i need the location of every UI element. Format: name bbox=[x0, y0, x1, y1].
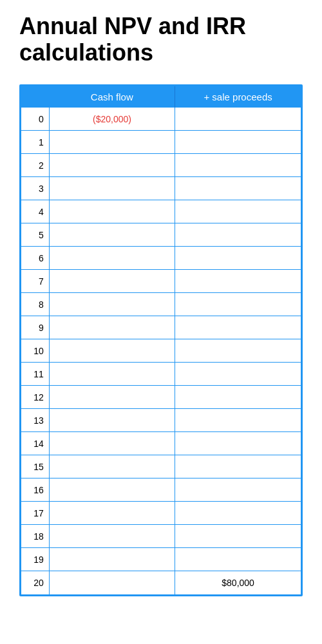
row-number: 8 bbox=[21, 293, 49, 316]
cell-sale[interactable] bbox=[175, 108, 301, 131]
header-cashflow: Cash flow bbox=[49, 86, 175, 108]
cell-cashflow[interactable] bbox=[49, 293, 175, 316]
cell-sale[interactable] bbox=[175, 432, 301, 455]
row-number: 16 bbox=[21, 478, 49, 502]
cell-sale[interactable] bbox=[175, 177, 301, 200]
cell-sale[interactable] bbox=[175, 247, 301, 270]
table-row: 14 bbox=[21, 432, 301, 455]
cell-cashflow[interactable] bbox=[49, 409, 175, 432]
cell-cashflow[interactable] bbox=[49, 478, 175, 502]
table-row: 0($20,000) bbox=[21, 108, 301, 131]
table-header-row: Cash flow + sale proceeds bbox=[21, 86, 301, 108]
cell-cashflow[interactable] bbox=[49, 363, 175, 386]
cell-sale[interactable] bbox=[175, 316, 301, 339]
table-row: 11 bbox=[21, 363, 301, 386]
cell-cashflow[interactable] bbox=[49, 525, 175, 548]
cell-sale[interactable] bbox=[175, 525, 301, 548]
cell-sale[interactable] bbox=[175, 200, 301, 223]
cell-sale[interactable] bbox=[175, 363, 301, 386]
cell-cashflow[interactable]: ($20,000) bbox=[49, 108, 175, 131]
cell-cashflow[interactable] bbox=[49, 316, 175, 339]
row-number: 2 bbox=[21, 154, 49, 177]
table-row: 6 bbox=[21, 247, 301, 270]
row-number: 4 bbox=[21, 200, 49, 223]
row-number: 14 bbox=[21, 432, 49, 455]
cell-sale[interactable] bbox=[175, 409, 301, 432]
row-number: 6 bbox=[21, 247, 49, 270]
table-row: 19 bbox=[21, 548, 301, 571]
row-number: 1 bbox=[21, 131, 49, 154]
cell-cashflow[interactable] bbox=[49, 548, 175, 571]
row-number: 3 bbox=[21, 177, 49, 200]
cell-sale[interactable] bbox=[175, 386, 301, 409]
cell-cashflow[interactable] bbox=[49, 339, 175, 363]
npv-irr-table: Cash flow + sale proceeds 0($20,000)1234… bbox=[19, 84, 303, 596]
row-number: 10 bbox=[21, 339, 49, 363]
row-number: 17 bbox=[21, 502, 49, 525]
row-number: 7 bbox=[21, 270, 49, 293]
cell-sale[interactable] bbox=[175, 548, 301, 571]
cell-sale[interactable] bbox=[175, 455, 301, 478]
row-number: 15 bbox=[21, 455, 49, 478]
cell-cashflow[interactable] bbox=[49, 154, 175, 177]
table-row: 5 bbox=[21, 223, 301, 247]
row-number: 11 bbox=[21, 363, 49, 386]
cell-sale[interactable] bbox=[175, 478, 301, 502]
header-sale: + sale proceeds bbox=[175, 86, 301, 108]
row-number: 9 bbox=[21, 316, 49, 339]
table-row: 12 bbox=[21, 386, 301, 409]
cell-sale[interactable] bbox=[175, 293, 301, 316]
table-row: 9 bbox=[21, 316, 301, 339]
row-number: 12 bbox=[21, 386, 49, 409]
cell-cashflow[interactable] bbox=[49, 200, 175, 223]
cell-sale[interactable] bbox=[175, 502, 301, 525]
table-row: 7 bbox=[21, 270, 301, 293]
table-row: 20$80,000 bbox=[21, 571, 301, 594]
header-row-num bbox=[21, 86, 49, 108]
cell-cashflow[interactable] bbox=[49, 223, 175, 247]
cell-cashflow[interactable] bbox=[49, 131, 175, 154]
cell-cashflow[interactable] bbox=[49, 571, 175, 594]
cell-cashflow[interactable] bbox=[49, 432, 175, 455]
table-row: 8 bbox=[21, 293, 301, 316]
row-number: 20 bbox=[21, 571, 49, 594]
table-row: 13 bbox=[21, 409, 301, 432]
table-row: 18 bbox=[21, 525, 301, 548]
table-row: 4 bbox=[21, 200, 301, 223]
table-row: 16 bbox=[21, 478, 301, 502]
cell-cashflow[interactable] bbox=[49, 270, 175, 293]
row-number: 5 bbox=[21, 223, 49, 247]
cell-cashflow[interactable] bbox=[49, 455, 175, 478]
row-number: 18 bbox=[21, 525, 49, 548]
page-title: Annual NPV and IRR calculations bbox=[19, 13, 303, 66]
table-row: 15 bbox=[21, 455, 301, 478]
cell-sale[interactable] bbox=[175, 154, 301, 177]
cell-cashflow[interactable] bbox=[49, 502, 175, 525]
cell-sale[interactable]: $80,000 bbox=[175, 571, 301, 594]
table-row: 3 bbox=[21, 177, 301, 200]
table-row: 1 bbox=[21, 131, 301, 154]
cell-sale[interactable] bbox=[175, 131, 301, 154]
table-row: 17 bbox=[21, 502, 301, 525]
table-row: 2 bbox=[21, 154, 301, 177]
cell-sale[interactable] bbox=[175, 270, 301, 293]
cell-cashflow[interactable] bbox=[49, 386, 175, 409]
row-number: 19 bbox=[21, 548, 49, 571]
cell-sale[interactable] bbox=[175, 339, 301, 363]
row-number: 0 bbox=[21, 108, 49, 131]
cell-cashflow[interactable] bbox=[49, 177, 175, 200]
cell-cashflow[interactable] bbox=[49, 247, 175, 270]
table-row: 10 bbox=[21, 339, 301, 363]
cell-sale[interactable] bbox=[175, 223, 301, 247]
row-number: 13 bbox=[21, 409, 49, 432]
